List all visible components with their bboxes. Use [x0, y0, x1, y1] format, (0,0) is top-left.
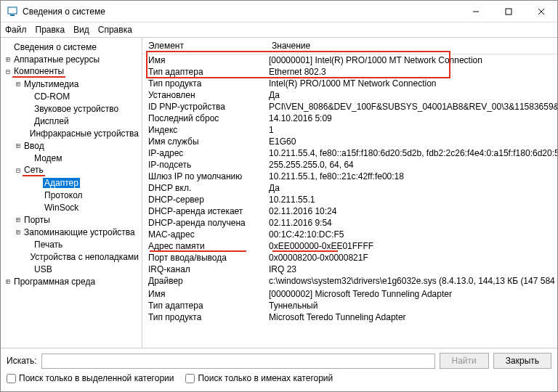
cell-value: [00000002] Microsoft Teredo Tunneling Ad… [266, 289, 557, 299]
svg-rect-1 [10, 15, 15, 16]
details-row[interactable]: Адрес памяти0xEE000000-0xEE01FFFF [142, 240, 557, 252]
details-row[interactable]: DHCP вкл.Да [142, 182, 557, 194]
tree-root[interactable]: Сведения о системе [2, 41, 140, 53]
search-input[interactable] [41, 354, 435, 369]
cell-element: DHCP вкл. [142, 183, 266, 193]
close-find-button[interactable]: Закрыть [493, 353, 551, 369]
tree-hardware[interactable]: ⊞Аппаратные ресурсы [2, 53, 140, 65]
details-row[interactable]: IRQ-каналIRQ 23 [142, 264, 557, 275]
menubar: Файл Правка Вид Справка [1, 23, 557, 37]
cell-element: DHCP-аренда получена [142, 218, 266, 228]
cell-element: Последний сброс [142, 113, 266, 123]
details-row[interactable]: Имя[00000002] Microsoft Teredo Tunneling… [142, 288, 557, 300]
cell-value: 10.211.55.1 [266, 195, 557, 205]
details-row[interactable]: DHCP-аренда истекает02.11.2016 10:24 [142, 205, 557, 217]
details-row[interactable]: MAC-адрес00:1C:42:10:DC:F5 [142, 229, 557, 240]
cell-element: Адрес памяти [142, 241, 266, 251]
tree-usb[interactable]: USB [2, 263, 140, 275]
cell-element: Тип адаптера [142, 301, 266, 311]
cell-value: 10.211.55.4, fe80::a15f:f180:6d20:5d2b, … [266, 148, 557, 158]
cell-value: 14.10.2016 5:09 [266, 113, 557, 123]
details-row[interactable]: Индекс1 [142, 124, 557, 136]
tree-multimedia[interactable]: ⊞Мультимедиа [2, 78, 140, 90]
check-category-only[interactable]: Поиск только в выделенной категории [7, 373, 174, 383]
tree-infrared[interactable]: Инфракрасные устройства [2, 127, 140, 139]
details-row[interactable]: ID PNP-устройстваPCI\VEN_8086&DEV_100F&S… [142, 101, 557, 113]
tree-printing[interactable]: Печать [2, 238, 140, 250]
tree-pane[interactable]: Сведения о системе ⊞Аппаратные ресурсы ⊟… [1, 38, 142, 348]
details-row[interactable]: DHCP-сервер10.211.55.1 [142, 194, 557, 205]
menu-edit[interactable]: Правка [36, 25, 65, 35]
cell-element: Порт ввода/вывода [142, 253, 266, 263]
tree-components[interactable]: ⊟Компоненты [2, 65, 140, 78]
cell-value: Да [266, 183, 557, 193]
cell-element: Тип продукта [142, 312, 266, 322]
details-row[interactable]: DHCP-аренда получена02.11.2016 9:54 [142, 217, 557, 229]
check-category-only-box[interactable] [7, 374, 16, 383]
svg-rect-0 [8, 7, 17, 14]
tree-display[interactable]: Дисплей [2, 115, 140, 127]
details-row[interactable]: Имя службыE1G60 [142, 136, 557, 147]
tree-network[interactable]: ⊟Сеть [2, 164, 140, 176]
cell-element: MAC-адрес [142, 229, 266, 240]
cell-element: Имя [142, 55, 266, 65]
details-row[interactable]: Имя[00000001] Intel(R) PRO/1000 MT Netwo… [142, 54, 557, 66]
details-row[interactable]: Последний сброс14.10.2016 5:09 [142, 113, 557, 124]
tree-sound[interactable]: Звуковое устройство [2, 102, 140, 115]
menu-view[interactable]: Вид [73, 25, 89, 35]
menu-file[interactable]: Файл [5, 25, 27, 35]
column-value[interactable]: Значение [266, 38, 557, 54]
minimize-button[interactable] [459, 1, 492, 22]
cell-value: E1G60 [266, 136, 557, 147]
cell-value: Туннельный [266, 301, 557, 311]
details-pane[interactable]: Элемент Значение Имя[00000001] Intel(R) … [142, 38, 557, 348]
tree-adapter[interactable]: Адаптер [2, 176, 140, 189]
cell-value: 10.211.55.1, fe80::21c:42ff:fe00:18 [266, 171, 557, 181]
cell-element: Имя службы [142, 136, 266, 147]
details-row[interactable]: Тип продуктаIntel(R) PRO/1000 MT Network… [142, 78, 557, 89]
tree-winsock[interactable]: WinSock [2, 201, 140, 213]
details-row[interactable]: IP-адрес10.211.55.4, fe80::a15f:f180:6d2… [142, 147, 557, 159]
cell-value: 255.255.255.0, 64, 64 [266, 160, 557, 170]
cell-element: IRQ-канал [142, 264, 266, 274]
details-row[interactable]: Драйверc:\windows\system32\drivers\e1g60… [142, 275, 557, 287]
tree-storage[interactable]: ⊞Запоминающие устройства [2, 226, 140, 238]
tree-ports[interactable]: ⊞Порты [2, 213, 140, 226]
details-row[interactable]: Тип адаптераТуннельный [142, 300, 557, 311]
details-row[interactable]: Порт ввода/вывода0x00008200-0x0000821F [142, 252, 557, 264]
cell-element: Установлен [142, 90, 266, 100]
details-row[interactable]: Тип адаптераEthernet 802.3 [142, 66, 557, 78]
cell-value: c:\windows\system32\drivers\e1g6032e.sys… [266, 276, 557, 286]
tree-modem[interactable]: Модем [2, 152, 140, 164]
cell-element: ID PNP-устройства [142, 102, 266, 112]
cell-value: 00:1C:42:10:DC:F5 [266, 229, 557, 240]
cell-element: Шлюз IP по умолчанию [142, 171, 266, 181]
tree-input[interactable]: ⊞Ввод [2, 139, 140, 152]
tree-cdrom[interactable]: CD-ROM [2, 90, 140, 102]
bottom-panel: Искать: Найти Закрыть Поиск только в выд… [1, 348, 557, 392]
check-names-only[interactable]: Поиск только в именах категорий [185, 373, 333, 383]
tree-protocol[interactable]: Протокол [2, 189, 140, 201]
details-row[interactable]: Шлюз IP по умолчанию10.211.55.1, fe80::2… [142, 171, 557, 182]
details-row[interactable]: Тип продуктаMicrosoft Teredo Tunneling A… [142, 311, 557, 323]
cell-value: Ethernet 802.3 [266, 67, 557, 77]
cell-value: [00000001] Intel(R) PRO/1000 MT Network … [266, 55, 557, 65]
column-element[interactable]: Элемент [142, 38, 266, 54]
check-names-only-box[interactable] [185, 374, 195, 383]
tree-software[interactable]: ⊞Программная среда [2, 275, 140, 287]
cell-value: 02.11.2016 10:24 [266, 206, 557, 216]
cell-value: Да [266, 90, 557, 100]
cell-value: 02.11.2016 9:54 [266, 218, 557, 228]
details-row[interactable]: IP-подсеть255.255.255.0, 64, 64 [142, 159, 557, 171]
cell-element: Индекс [142, 125, 266, 135]
maximize-button[interactable] [492, 1, 525, 22]
tree-problem[interactable]: Устройства с неполадками [2, 250, 140, 263]
window-title: Сведения о системе [23, 7, 459, 17]
close-button[interactable] [525, 1, 557, 22]
cell-element: Тип адаптера [142, 67, 266, 77]
details-row[interactable]: УстановленДа [142, 89, 557, 101]
cell-value: IRQ 23 [266, 264, 557, 274]
find-button[interactable]: Найти [440, 353, 489, 369]
menu-help[interactable]: Справка [98, 25, 132, 35]
cell-element: DHCP-сервер [142, 195, 266, 205]
